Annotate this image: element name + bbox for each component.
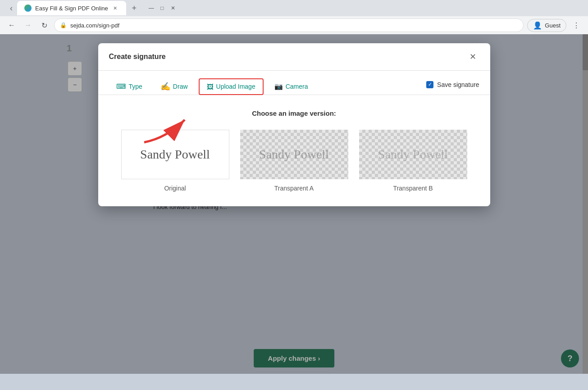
modal-overlay: Create signature ✕ ⌨ Type ✍ Draw 🖼 Up: [0, 34, 588, 374]
tab-camera-label: Camera: [286, 83, 308, 90]
nav-bar: ← → ↻ 🔒 sejda.com/sign-pdf 👤 Guest ⋮: [0, 16, 588, 34]
tab-back-icon[interactable]: ‹: [7, 2, 15, 15]
draw-icon: ✍: [160, 82, 170, 91]
close-window-button[interactable]: ✕: [169, 5, 177, 12]
tab-upload-label: Upload Image: [216, 83, 255, 90]
option-transparent-a-label: Transparent A: [274, 185, 314, 192]
keyboard-icon: ⌨: [116, 82, 126, 91]
back-button[interactable]: ←: [5, 19, 18, 32]
new-tab-button[interactable]: +: [128, 2, 141, 14]
window-controls: — □ ✕: [148, 5, 177, 12]
browser-chrome: ‹ Easy Fill & Sign PDF Online ✕ + — □ ✕ …: [0, 0, 588, 34]
browser-menu-button[interactable]: ⋮: [570, 19, 583, 32]
sig-transparent-a: Sandy Powell: [259, 147, 329, 162]
option-transparent-b-label: Transparent B: [393, 185, 433, 192]
arrow-indicator: [140, 111, 194, 149]
profile-button[interactable]: 👤 Guest: [527, 19, 566, 32]
tab-close-button[interactable]: ✕: [112, 5, 119, 12]
option-transparent-a[interactable]: Sandy Powell Transparent A: [240, 130, 348, 192]
option-transparent-b[interactable]: Sandy Powell Transparent B: [359, 130, 467, 192]
save-signature-option[interactable]: ✓ Save signature: [426, 81, 479, 92]
sig-transparent-b: Sandy Powell: [378, 147, 448, 162]
save-signature-label: Save signature: [437, 81, 479, 88]
modal-close-button[interactable]: ✕: [467, 50, 479, 63]
save-signature-checkbox[interactable]: ✓: [426, 81, 433, 88]
modal-header: Create signature ✕: [98, 43, 490, 71]
tab-type-label: Type: [129, 83, 142, 90]
upload-icon: 🖼: [207, 83, 214, 91]
address-bar[interactable]: 🔒 sejda.com/sign-pdf: [54, 18, 524, 32]
forward-button[interactable]: →: [22, 19, 34, 32]
tab-draw[interactable]: ✍ Draw: [153, 78, 195, 95]
preview-transparent-b: Sandy Powell: [359, 130, 467, 179]
page-content: Fill & sign PDF BETA + − 1 With more tha…: [0, 34, 588, 374]
maximize-button[interactable]: □: [159, 5, 166, 12]
profile-label: Guest: [545, 22, 561, 29]
minimize-button[interactable]: —: [148, 5, 155, 12]
address-text: sejda.com/sign-pdf: [70, 22, 119, 29]
lock-icon: 🔒: [60, 22, 67, 28]
tab-favicon: [24, 5, 32, 12]
preview-transparent-a: Sandy Powell: [240, 130, 348, 179]
profile-icon: 👤: [533, 21, 542, 30]
tab-label: Easy Fill & Sign PDF Online: [35, 5, 108, 12]
camera-icon: 📷: [274, 82, 283, 91]
title-bar: ‹ Easy Fill & Sign PDF Online ✕ + — □ ✕: [0, 0, 588, 16]
tab-draw-label: Draw: [173, 83, 188, 90]
modal-title: Create signature: [109, 53, 166, 61]
sig-original: Sandy Powell: [140, 147, 210, 162]
reload-button[interactable]: ↻: [38, 19, 50, 32]
tab-bar: ‹ Easy Fill & Sign PDF Online ✕ +: [4, 0, 144, 16]
tab-type[interactable]: ⌨ Type: [109, 79, 150, 94]
active-tab[interactable]: Easy Fill & Sign PDF Online ✕: [17, 1, 126, 15]
option-original-label: Original: [164, 185, 186, 192]
modal-tabs: ⌨ Type ✍ Draw 🖼 Upload Image 📷 Camera: [98, 71, 490, 95]
tab-camera[interactable]: 📷 Camera: [267, 79, 315, 94]
tab-upload-image[interactable]: 🖼 Upload Image: [199, 78, 264, 95]
